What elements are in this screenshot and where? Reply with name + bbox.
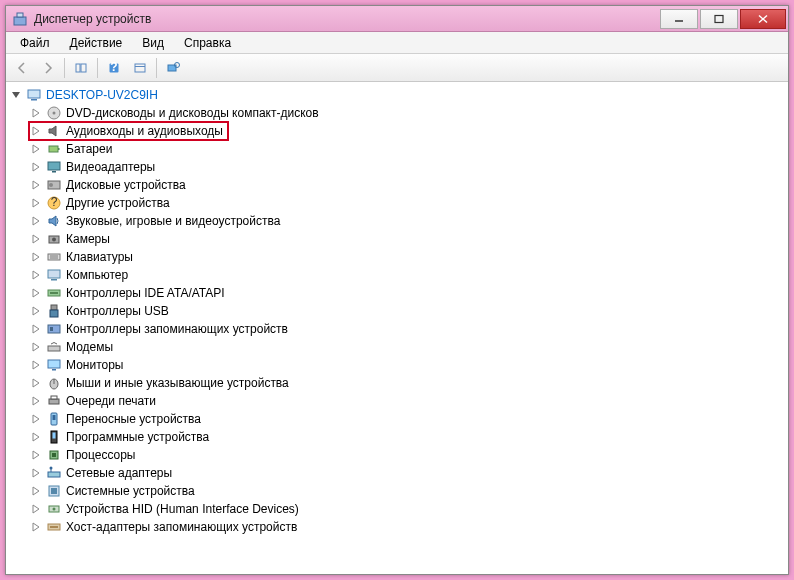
show-hide-tree-button[interactable] xyxy=(69,57,93,79)
expander-closed-icon[interactable] xyxy=(30,125,42,137)
category-label: Звуковые, игровые и видеоустройства xyxy=(66,214,280,228)
expander-closed-icon[interactable] xyxy=(30,413,42,425)
menu-action[interactable]: Действие xyxy=(60,34,133,52)
tree-category[interactable]: Мониторы xyxy=(10,356,784,374)
expander-closed-icon[interactable] xyxy=(30,467,42,479)
tree-category[interactable]: Контроллеры запоминающих устройств xyxy=(10,320,784,338)
tree-category[interactable]: Хост-адаптеры запоминающих устройств xyxy=(10,518,784,536)
svg-rect-0 xyxy=(14,17,26,25)
maximize-button[interactable] xyxy=(700,9,738,29)
back-button[interactable] xyxy=(10,57,34,79)
toolbar-separator xyxy=(156,58,157,78)
properties-button[interactable] xyxy=(128,57,152,79)
computer-icon xyxy=(26,87,42,103)
expander-closed-icon[interactable] xyxy=(30,179,42,191)
tree-category[interactable]: Видеоадаптеры xyxy=(10,158,784,176)
tree-category[interactable]: Клавиатуры xyxy=(10,248,784,266)
category-label: Мыши и иные указывающие устройства xyxy=(66,376,289,390)
expander-closed-icon[interactable] xyxy=(30,251,42,263)
tree-category[interactable]: Батареи xyxy=(10,140,784,158)
svg-point-27 xyxy=(52,238,56,242)
tree-category[interactable]: Компьютер xyxy=(10,266,784,284)
toolbar-separator xyxy=(97,58,98,78)
svg-rect-45 xyxy=(51,396,57,399)
menubar: Файл Действие Вид Справка xyxy=(6,32,788,54)
tree-category[interactable]: Процессоры xyxy=(10,446,784,464)
category-label: Дисковые устройства xyxy=(66,178,186,192)
svg-rect-41 xyxy=(52,369,56,371)
category-label: Другие устройства xyxy=(66,196,170,210)
expander-closed-icon[interactable] xyxy=(30,323,42,335)
tree-category[interactable]: Очереди печати xyxy=(10,392,784,410)
svg-rect-40 xyxy=(48,360,60,368)
menu-file[interactable]: Файл xyxy=(10,34,60,52)
svg-rect-14 xyxy=(28,90,40,98)
category-label: Контроллеры IDE ATA/ATAPI xyxy=(66,286,225,300)
expander-closed-icon[interactable] xyxy=(30,449,42,461)
tree-category[interactable]: Звуковые, игровые и видеоустройства xyxy=(10,212,784,230)
category-label: Очереди печати xyxy=(66,394,156,408)
expander-closed-icon[interactable] xyxy=(30,521,42,533)
category-label: Сетевые адаптеры xyxy=(66,466,172,480)
cpu-icon xyxy=(46,447,62,463)
tree-category[interactable]: Контроллеры IDE ATA/ATAPI xyxy=(10,284,784,302)
svg-rect-51 xyxy=(52,453,56,457)
unknown-icon: ? xyxy=(46,195,62,211)
tree-category[interactable]: Контроллеры USB xyxy=(10,302,784,320)
toolbar-separator xyxy=(64,58,65,78)
root-label: DESKTOP-UV2C9IH xyxy=(46,88,158,102)
expander-closed-icon[interactable] xyxy=(30,143,42,155)
camera-icon xyxy=(46,231,62,247)
expander-closed-icon[interactable] xyxy=(30,197,42,209)
expander-closed-icon[interactable] xyxy=(30,377,42,389)
tree-category[interactable]: Мыши и иные указывающие устройства xyxy=(10,374,784,392)
tree-category[interactable]: Устройства HID (Human Interface Devices) xyxy=(10,500,784,518)
expander-closed-icon[interactable] xyxy=(30,359,42,371)
category-label: Батареи xyxy=(66,142,112,156)
tree-category[interactable]: ?Другие устройства xyxy=(10,194,784,212)
svg-rect-3 xyxy=(715,15,723,22)
expander-closed-icon[interactable] xyxy=(30,503,42,515)
tree-category[interactable]: Дисковые устройства xyxy=(10,176,784,194)
svg-rect-19 xyxy=(58,148,60,150)
tree-category[interactable]: Аудиовходы и аудиовыходы xyxy=(10,122,784,140)
battery-icon xyxy=(46,141,62,157)
portable-icon xyxy=(46,411,62,427)
expander-closed-icon[interactable] xyxy=(30,485,42,497)
minimize-button[interactable] xyxy=(660,9,698,29)
expander-closed-icon[interactable] xyxy=(30,305,42,317)
disc-icon xyxy=(46,105,62,121)
expander-open-icon[interactable] xyxy=(10,89,22,101)
tree-category[interactable]: Модемы xyxy=(10,338,784,356)
category-label: Модемы xyxy=(66,340,113,354)
tree-category[interactable]: Переносные устройства xyxy=(10,410,784,428)
forward-button[interactable] xyxy=(36,57,60,79)
expander-closed-icon[interactable] xyxy=(30,233,42,245)
tree-category[interactable]: Сетевые адаптеры xyxy=(10,464,784,482)
tree-category[interactable]: Системные устройства xyxy=(10,482,784,500)
scan-hardware-button[interactable] xyxy=(161,57,185,79)
device-categories: DVD-дисководы и дисководы компакт-дисков… xyxy=(10,104,784,536)
expander-closed-icon[interactable] xyxy=(30,161,42,173)
svg-rect-47 xyxy=(53,415,56,420)
menu-help[interactable]: Справка xyxy=(174,34,241,52)
expander-closed-icon[interactable] xyxy=(30,107,42,119)
svg-rect-56 xyxy=(51,488,57,494)
category-label: Компьютер xyxy=(66,268,128,282)
tree-category[interactable]: Камеры xyxy=(10,230,784,248)
expander-closed-icon[interactable] xyxy=(30,269,42,281)
svg-text:?: ? xyxy=(51,195,58,209)
expander-closed-icon[interactable] xyxy=(30,395,42,407)
tree-root-node[interactable]: DESKTOP-UV2C9IH xyxy=(10,86,784,104)
close-button[interactable] xyxy=(740,9,786,29)
expander-closed-icon[interactable] xyxy=(30,215,42,227)
tree-category[interactable]: DVD-дисководы и дисководы компакт-дисков xyxy=(10,104,784,122)
help-button[interactable]: ? xyxy=(102,57,126,79)
expander-closed-icon[interactable] xyxy=(30,431,42,443)
menu-view[interactable]: Вид xyxy=(132,34,174,52)
tree-category[interactable]: Программные устройства xyxy=(10,428,784,446)
expander-closed-icon[interactable] xyxy=(30,341,42,353)
expander-closed-icon[interactable] xyxy=(30,287,42,299)
svg-rect-15 xyxy=(31,99,37,101)
svg-rect-37 xyxy=(48,325,60,333)
